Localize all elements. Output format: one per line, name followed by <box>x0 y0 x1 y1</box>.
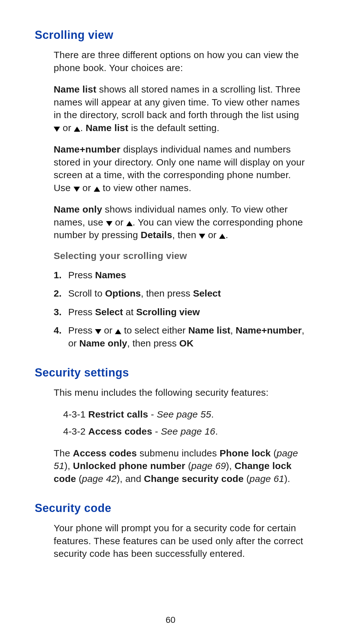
text: at <box>123 307 136 317</box>
heading-security-settings: Security settings <box>35 366 306 379</box>
details-label: Details <box>141 230 172 240</box>
name-number-para: Name+number displays individual names an… <box>54 143 306 194</box>
text: Scroll to <box>68 288 105 298</box>
access-codes-para: The Access codes submenu includes Phone … <box>54 447 306 485</box>
menu-code: 4-3-1 <box>63 409 88 419</box>
up-arrow-icon <box>126 221 133 226</box>
page-ref: page 42 <box>82 473 117 484</box>
security-settings-intro: This menu includes the following securit… <box>54 386 306 399</box>
text: submenu includes <box>137 448 219 458</box>
down-arrow-icon <box>74 187 80 192</box>
access-codes-detail: The Access codes submenu includes Phone … <box>54 447 306 485</box>
page-ref: page 61 <box>249 473 284 484</box>
opt-name-only: Name only <box>79 338 127 348</box>
step-number: 2. <box>54 287 68 300</box>
page-ref: See page 16 <box>161 426 215 436</box>
name-list-para: Name list shows all stored names in a sc… <box>54 83 306 134</box>
step-text: Scroll to Options, then press Select <box>68 287 306 300</box>
menu-label: Access codes <box>88 426 153 436</box>
security-settings-body: This menu includes the following securit… <box>54 386 306 399</box>
step-text: Press Names <box>68 269 306 282</box>
step-text: Press Select at Scrolling view <box>68 306 306 319</box>
menu-item-access-codes: 4-3-2 Access codes - See page 16. <box>63 425 306 438</box>
text: , then <box>172 230 199 240</box>
key-ok: OK <box>179 338 194 348</box>
key-scrolling-view: Scrolling view <box>136 307 200 317</box>
key-select: Select <box>193 288 221 298</box>
down-arrow-icon <box>54 127 60 132</box>
text: ( <box>244 473 250 484</box>
text: or <box>60 123 74 133</box>
text: ), <box>226 460 235 471</box>
text: or <box>101 325 115 335</box>
step-3: 3. Press Select at Scrolling view <box>54 306 306 319</box>
text: . <box>80 123 86 133</box>
security-code-body: Your phone will prompt you for a securit… <box>54 522 306 560</box>
down-arrow-icon <box>199 234 205 239</box>
security-settings-items: 4-3-1 Restrict calls - See page 55. 4-3-… <box>63 408 306 438</box>
steps-list: 1. Press Names 2. Scroll to Options, the… <box>54 269 306 350</box>
opt-name-number: Name+number <box>236 325 302 335</box>
step-number: 4. <box>54 324 68 350</box>
subheading-selecting-view: Selecting your scrolling view <box>54 250 306 261</box>
step-4: 4. Press or to select either Name list, … <box>54 324 306 350</box>
label-access-codes: Access codes <box>73 448 137 458</box>
menu-label: Restrict calls <box>88 409 148 419</box>
label-change-security-code: Change security code <box>144 473 244 484</box>
step-text: Press or to select either Name list, Nam… <box>68 324 306 350</box>
text: . <box>211 409 214 419</box>
text: Press <box>68 307 95 317</box>
name-only-label: Name only <box>54 204 102 214</box>
text: . <box>215 426 218 436</box>
key-select: Select <box>95 307 123 317</box>
page-ref: See page 55 <box>157 409 211 419</box>
page-number: 60 <box>0 615 341 625</box>
name-list-label-2: Name list <box>86 123 128 133</box>
opt-name-list: Name list <box>188 325 230 335</box>
text: ( <box>185 460 191 471</box>
text: - <box>148 409 157 419</box>
text: . <box>225 230 228 240</box>
text: or <box>80 183 94 193</box>
text: or <box>205 230 219 240</box>
scrolling-view-body: There are three different options on how… <box>54 49 306 350</box>
name-only-para: Name only shows individual names only. T… <box>54 203 306 242</box>
down-arrow-icon <box>106 221 112 226</box>
text: The <box>54 448 73 458</box>
up-arrow-icon <box>74 127 80 132</box>
text: ( <box>271 448 277 458</box>
text: - <box>152 426 161 436</box>
step-1: 1. Press Names <box>54 269 306 282</box>
security-code-para: Your phone will prompt you for a securit… <box>54 522 306 560</box>
text: ). <box>284 473 290 484</box>
heading-security-code: Security code <box>35 502 306 515</box>
step-2: 2. Scroll to Options, then press Select <box>54 287 306 300</box>
up-arrow-icon <box>219 234 225 239</box>
heading-scrolling-view: Scrolling view <box>35 28 306 42</box>
step-number: 3. <box>54 306 68 319</box>
step-number: 1. <box>54 269 68 282</box>
menu-item-restrict-calls: 4-3-1 Restrict calls - See page 55. <box>63 408 306 421</box>
text: is the default setting. <box>128 123 219 133</box>
name-list-label: Name list <box>54 84 96 94</box>
down-arrow-icon <box>95 329 101 334</box>
text: Press <box>68 270 95 280</box>
manual-page: Scrolling view There are three different… <box>0 0 341 644</box>
menu-code: 4-3-2 <box>63 426 88 436</box>
up-arrow-icon <box>94 187 100 192</box>
key-names: Names <box>95 270 126 280</box>
label-phone-lock: Phone lock <box>219 448 271 458</box>
text: , <box>230 325 236 335</box>
text: ), and <box>117 473 144 484</box>
text: ( <box>76 473 82 484</box>
text: , then press <box>141 288 193 298</box>
text: Press <box>68 325 95 335</box>
scrolling-view-intro: There are three different options on how… <box>54 49 306 74</box>
up-arrow-icon <box>115 329 121 334</box>
label-unlocked-number: Unlocked phone number <box>73 460 185 471</box>
text: or <box>112 217 126 227</box>
page-ref: page 69 <box>191 460 226 471</box>
text: ), <box>64 460 73 471</box>
text: , then press <box>127 338 179 348</box>
text: to select either <box>121 325 188 335</box>
